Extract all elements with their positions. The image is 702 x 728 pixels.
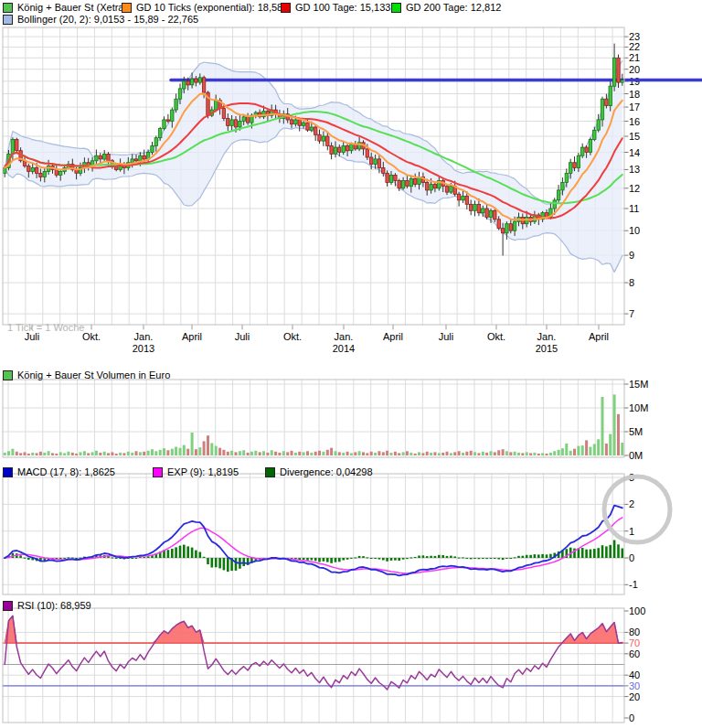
axis-tick-label: 17 [629,102,640,112]
axis-tick-label: Juli [439,331,454,342]
axis-tick-label: 2013 [133,343,154,354]
stock-chart-page: 232221201918171615141312111098715M10M5M0… [0,0,702,728]
bollinger-label: Bollinger (20, 2): 9,0153 - 15,89 - 22,7… [17,14,198,25]
rsi-label: RSI (10): 68,959 [17,600,91,611]
axis-tick-label: 7 [629,308,634,319]
axis-tick-label: 0 [629,552,634,563]
axis-tick-label: 13 [629,164,640,175]
volume-label: König + Bauer St Volumen in Euro [17,369,170,380]
series-swatch-icon [3,3,13,13]
axis-tick-label: 80 [629,626,640,637]
macd-chart-border [3,474,624,594]
axis-tick-label: April [383,331,403,342]
axis-tick-label: 12 [629,183,640,194]
main-legend-row-1: König + Bauer St (Xetra) GD 10 Ticks (ex… [0,2,702,13]
divergence-swatch-icon [265,467,275,477]
gd10-swatch-icon [122,3,132,13]
axis-tick-label: 8 [629,277,634,288]
axis-tick-label: 9 [629,250,634,261]
gd10-label: GD 10 Ticks (exponential): 18,583 [136,2,288,13]
axis-tick-label: 18 [629,89,640,100]
axis-tick-label: 21 [629,52,640,63]
rsi-swatch-icon [3,601,13,611]
axis-tick-label: 30 [629,680,640,691]
axis-tick-label: 22 [629,41,640,52]
axis-tick-label: 15 [629,131,640,142]
axis-tick-label: Jan. [134,331,154,342]
macd-legend-row: MACD (17, 8): 1,8625 EXP (9): 1,8195 Div… [0,466,702,477]
axis-tick-label: 20 [629,64,640,75]
gd100-swatch-icon [281,3,291,13]
main-legend-row-2: Bollinger (20, 2): 9,0153 - 15,89 - 22,7… [0,14,702,25]
series-label: König + Bauer St (Xetra) [17,2,127,13]
axis-tick-label: Jan. [537,331,557,342]
axis-tick-label: 2 [629,498,634,509]
volume-legend-row: König + Bauer St Volumen in Euro [0,369,702,380]
axis-tick-label: 10M [629,402,648,413]
rsi-chart-border [3,608,624,723]
axis-tick-label: 16 [629,116,640,127]
exp-swatch-icon [153,467,163,477]
exp-label: EXP (9): 1,8195 [167,466,239,477]
tick-interval-note: 1 Tick = 1 Woche [7,322,84,333]
gd200-label: GD 200 Tage: 12,812 [406,2,501,13]
axis-tick-label: Jan. [335,331,354,342]
axis-tick-label: 40 [629,669,640,680]
chart-canvas: 232221201918171615141312111098715M10M5M0… [0,0,702,728]
axis-tick-label: Okt. [487,331,505,342]
axis-tick-label: 11 [629,203,639,214]
bollinger-swatch-icon [3,15,13,25]
axis-tick-label: Okt. [82,331,101,342]
macd-label: MACD (17, 8): 1,8625 [17,466,115,477]
axis-tick-label: April [182,331,202,342]
axis-tick-label: 20 [629,691,640,702]
axis-tick-label: 2015 [536,343,558,354]
axis-tick-label: 5M [629,426,643,437]
axis-tick-label: 0M [629,450,643,461]
axis-tick-label: Okt. [283,331,302,342]
axis-tick-label: 70 [629,637,640,648]
axis-tick-label: 60 [629,648,640,659]
macd-swatch-icon [3,467,13,477]
volume-swatch-icon [3,370,13,380]
axis-tick-label: 2014 [333,343,355,354]
axis-tick-label: 23 [629,31,640,42]
gd100-label: GD 100 Tage: 15,133 [295,2,390,13]
axis-tick-label: 0 [629,712,634,723]
macd-highlight-circle [604,476,670,542]
rsi-legend-row: RSI (10): 68,959 [0,600,702,611]
axis-tick-label: 14 [629,147,640,158]
gd200-swatch-icon [391,3,401,13]
axis-tick-label: 10 [629,225,640,236]
axis-tick-label: -1 [629,579,638,590]
volume-chart-border [3,380,624,457]
divergence-label: Divergence: 0,04298 [280,466,373,477]
axis-tick-label: April [589,331,609,342]
axis-tick-label: 1 [629,526,634,537]
axis-tick-label: Juli [235,331,250,342]
